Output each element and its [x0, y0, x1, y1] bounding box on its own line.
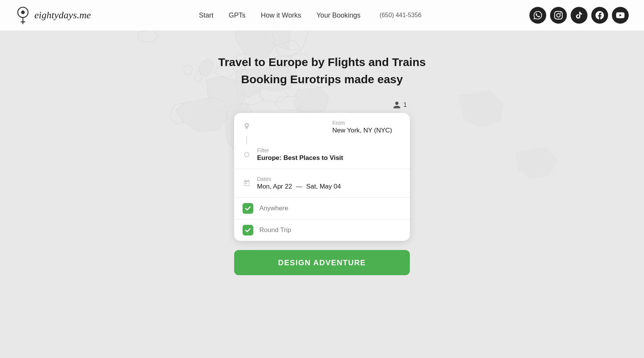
svg-point-1 — [21, 11, 25, 15]
calendar-icon — [243, 179, 251, 187]
dates-field-content: Dates Mon, Apr 22 — Sat, May 04 — [257, 176, 401, 190]
logo-text: eightydays.me — [34, 10, 91, 21]
hero-title-line1: Travel to Europe by Flights and Trains — [218, 56, 426, 68]
filter-value: Europe: Best Places to Visit — [257, 154, 401, 162]
filter-field-content: Filter Europe: Best Places to Visit — [257, 147, 401, 162]
svg-point-4 — [244, 152, 249, 157]
youtube-icon — [616, 11, 625, 19]
empty-circle-icon — [244, 152, 249, 157]
social-icons-group — [529, 7, 629, 24]
instagram-button[interactable] — [550, 7, 567, 24]
tiktok-icon — [575, 11, 583, 19]
anywhere-checkbox[interactable] — [243, 203, 253, 214]
hero-title: Travel to Europe by Flights and Trains B… — [218, 53, 426, 88]
checkmark-round-trip-icon — [245, 227, 251, 233]
passenger-count: 1 — [403, 102, 407, 108]
connector-dots — [234, 136, 410, 144]
from-row[interactable]: From New York, NY (NYC) — [234, 113, 410, 137]
location-pin-icon — [243, 123, 250, 131]
search-card: From New York, NY (NYC) Filter Eu — [234, 113, 410, 241]
anywhere-row[interactable]: Anywhere — [234, 198, 410, 219]
facebook-icon — [595, 11, 604, 19]
whatsapp-icon — [534, 11, 542, 19]
design-adventure-button[interactable]: DESIGN ADVENTURE — [234, 250, 410, 275]
from-icon — [243, 123, 251, 131]
from-label: From — [332, 120, 401, 126]
round-trip-checkbox[interactable] — [243, 225, 253, 235]
dates-label: Dates — [257, 176, 401, 182]
instagram-icon — [554, 11, 563, 19]
passenger-row: 1 — [234, 99, 410, 111]
anywhere-label: Anywhere — [259, 205, 288, 212]
hero-title-line2: Booking Eurotrips made easy — [241, 73, 403, 85]
from-filter-section: From New York, NY (NYC) Filter Eu — [234, 113, 410, 169]
filter-circle-icon — [243, 150, 251, 159]
logo[interactable]: eightydays.me — [15, 6, 91, 25]
tiktok-button[interactable] — [571, 7, 587, 24]
dates-row[interactable]: Dates Mon, Apr 22 — Sat, May 04 — [234, 169, 410, 198]
person-icon — [393, 101, 401, 109]
date-end: Sat, May 04 — [306, 183, 341, 190]
youtube-button[interactable] — [612, 7, 629, 24]
checkmark-icon — [245, 205, 251, 211]
nav-how-it-works[interactable]: How it Works — [261, 11, 301, 19]
facebook-button[interactable] — [591, 7, 608, 24]
nav-your-bookings[interactable]: Your Bookings — [316, 11, 360, 19]
round-trip-label: Round Trip — [259, 226, 291, 234]
phone-number: (650) 441-5356 — [380, 12, 421, 19]
date-start: Mon, Apr 22 — [257, 183, 292, 190]
calendar-svg-icon — [243, 179, 251, 187]
navigation: Start GPTs How it Works Your Bookings (6… — [199, 11, 422, 19]
nav-gpts[interactable]: GPTs — [229, 11, 246, 19]
nav-start[interactable]: Start — [199, 11, 214, 19]
passenger-selector[interactable]: 1 — [390, 99, 410, 111]
filter-row[interactable]: Filter Europe: Best Places to Visit — [234, 144, 410, 169]
dates-value: Mon, Apr 22 — Sat, May 04 — [257, 183, 401, 190]
filter-label: Filter — [257, 147, 401, 153]
whatsapp-button[interactable] — [529, 7, 546, 24]
date-dash: — — [296, 183, 303, 190]
logo-pin-icon — [15, 6, 31, 25]
from-value: New York, NY (NYC) — [332, 127, 401, 134]
header: eightydays.me Start GPTs How it Works Yo… — [0, 0, 644, 31]
round-trip-row[interactable]: Round Trip — [234, 219, 410, 241]
from-field-content: From New York, NY (NYC) — [332, 120, 401, 134]
main-content: Travel to Europe by Flights and Trains B… — [0, 31, 644, 275]
